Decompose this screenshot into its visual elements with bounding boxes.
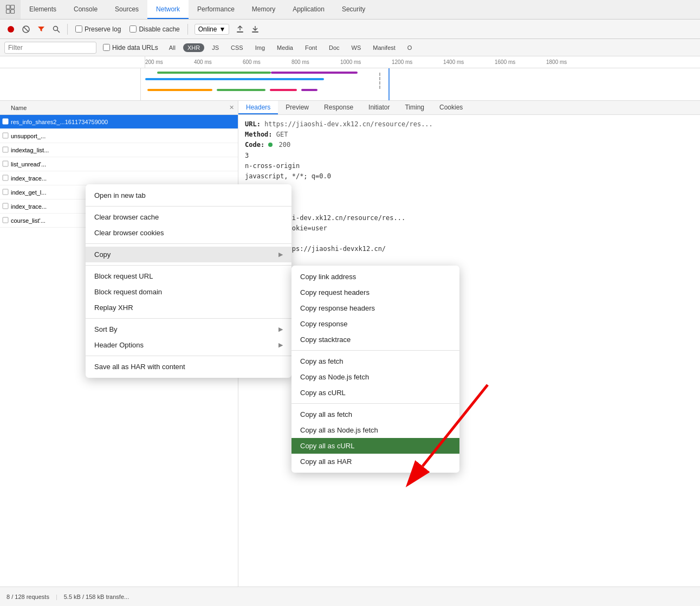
svg-rect-17 [3,203,8,209]
ctx-copy-arrow-icon: ▶ [278,251,283,258]
close-panel-button[interactable]: ✕ [225,104,238,111]
copy-as-curl[interactable]: Copy as cURL [291,385,459,401]
marker-400ms: 400 ms [194,59,212,65]
tab-devtools-icon[interactable] [0,0,21,19]
tab-security[interactable]: Security [333,0,374,19]
ctx-divider-3 [86,265,291,266]
filter-button[interactable] [35,23,48,36]
timeline-header: 200 ms 400 ms 600 ms 800 ms 1000 ms 1200… [0,56,700,68]
ctx-block-url[interactable]: Block request URL [86,268,291,284]
svg-rect-2 [7,9,10,13]
filter-chip-manifest[interactable]: Manifest [368,43,400,52]
hide-data-urls-checkbox[interactable]: Hide data URLs [103,44,158,51]
export-button[interactable] [249,23,262,36]
table-row[interactable]: list_unread'... [0,157,238,171]
detail-host-row: Host: jiaoshi-dev.xk12.cn/resource/res..… [245,213,693,223]
copy-response-headers[interactable]: Copy response headers [291,300,459,316]
svg-rect-15 [3,175,8,180]
tab-response[interactable]: Response [316,101,361,114]
import-button[interactable] [234,23,247,36]
detail-line3: 3 [245,151,693,161]
throttle-chevron-icon: ▼ [219,25,225,33]
svg-rect-1 [11,5,15,9]
detail-url-row: URL: https://jiaoshi-dev.xk12.cn/resourc… [245,119,693,130]
filter-chip-js[interactable]: JS [208,43,223,52]
preserve-log-checkbox[interactable]: Preserve log [75,25,121,33]
column-headers: Name ✕ [0,101,238,115]
svg-rect-10 [252,31,258,33]
copy-link-address[interactable]: Copy link address [291,269,459,285]
table-row[interactable]: unsupport_... [0,129,238,143]
copy-all-as-nodejs-fetch[interactable]: Copy all as Node.js fetch [291,422,459,438]
throttle-select[interactable]: Online ▼ [195,24,230,35]
marker-1200ms: 1200 ms [392,59,412,65]
detail-tab-bar: Headers Preview Response Initiator Timin… [238,101,700,115]
table-row[interactable]: indextag_list... [0,143,238,157]
filter-chip-media[interactable]: Media [273,43,297,52]
tab-elements[interactable]: Elements [21,0,65,19]
filter-chip-doc[interactable]: Doc [325,43,344,52]
copy-all-as-fetch[interactable]: Copy all as fetch [291,407,459,422]
status-dot-icon [268,143,273,147]
tab-sources[interactable]: Sources [106,0,147,19]
ctx-save-har[interactable]: Save all as HAR with content [86,359,291,375]
svg-point-4 [8,26,14,33]
disable-cache-checkbox[interactable]: Disable cache [129,25,179,33]
tab-cookies[interactable]: Cookies [432,101,470,114]
tab-headers[interactable]: Headers [238,101,278,114]
filter-chip-xhr[interactable]: XHR [183,43,204,52]
search-button[interactable] [50,23,63,36]
tab-performance[interactable]: Performance [189,0,243,19]
marker-800ms: 800 ms [291,59,309,65]
filter-chip-other[interactable]: O [403,43,417,52]
ctx-header-options[interactable]: Header Options ▶ [86,337,291,353]
filter-chip-all[interactable]: All [165,43,180,52]
tab-preview[interactable]: Preview [278,101,316,114]
copy-stacktrace[interactable]: Copy stacktrace [291,332,459,347]
marker-200ms: 200 ms [145,59,163,65]
tab-application[interactable]: Application [284,0,333,19]
filter-chip-font[interactable]: Font [301,43,321,52]
tab-memory[interactable]: Memory [243,0,284,19]
table-row[interactable]: res_info_shares2_...1611734759000 [0,115,238,129]
ctx-sortby-arrow-icon: ▶ [278,326,283,333]
tab-console[interactable]: Console [65,0,106,19]
copy-all-as-curl[interactable]: Copy all as cURL [291,438,459,454]
copy-all-as-har[interactable]: Copy all as HAR [291,454,459,469]
sub-divider-1 [291,350,459,351]
filter-input[interactable] [4,42,96,54]
svg-rect-16 [3,189,8,195]
ctx-divider-5 [86,356,291,356]
ctx-divider-1 [86,206,291,207]
ctx-open-new-tab[interactable]: Open in new tab [86,188,291,203]
filter-chip-css[interactable]: CSS [226,43,248,52]
filter-chip-img[interactable]: Img [251,43,269,52]
ctx-block-domain[interactable]: Block request domain [86,284,291,300]
table-row[interactable]: index_trace... [0,171,238,185]
copy-request-headers[interactable]: Copy request headers [291,285,459,300]
tab-initiator[interactable]: Initiator [361,101,397,114]
copy-as-nodejs-fetch[interactable]: Copy as Node.js fetch [291,369,459,385]
svg-line-6 [24,27,28,31]
svg-rect-14 [3,161,8,166]
ctx-replay-xhr[interactable]: Replay XHR [86,300,291,315]
ctx-clear-cookies[interactable]: Clear browser cookies [86,225,291,241]
ctx-clear-cache[interactable]: Clear browser cache [86,209,291,225]
tab-bar: Elements Console Sources Network Perform… [0,0,700,20]
ctx-sort-by[interactable]: Sort By ▶ [86,321,291,337]
copy-as-fetch[interactable]: Copy as fetch [291,353,459,369]
marker-1600ms: 1600 ms [495,59,515,65]
svg-rect-18 [3,217,8,223]
marker-600ms: 600 ms [243,59,261,65]
filter-chip-ws[interactable]: WS [347,43,366,52]
record-button[interactable] [4,23,17,36]
detail-dnt-row: DNT: 1 [245,203,693,213]
ctx-copy[interactable]: Copy ▶ [86,247,291,262]
svg-rect-9 [237,31,243,33]
filter-bar: Hide data URLs All XHR JS CSS Img Media … [0,39,700,56]
tab-timing[interactable]: Timing [397,101,432,114]
tab-network[interactable]: Network [147,0,189,19]
request-count: 8 / 128 requests [7,594,49,600]
clear-button[interactable] [20,23,33,36]
copy-response[interactable]: Copy response [291,316,459,332]
